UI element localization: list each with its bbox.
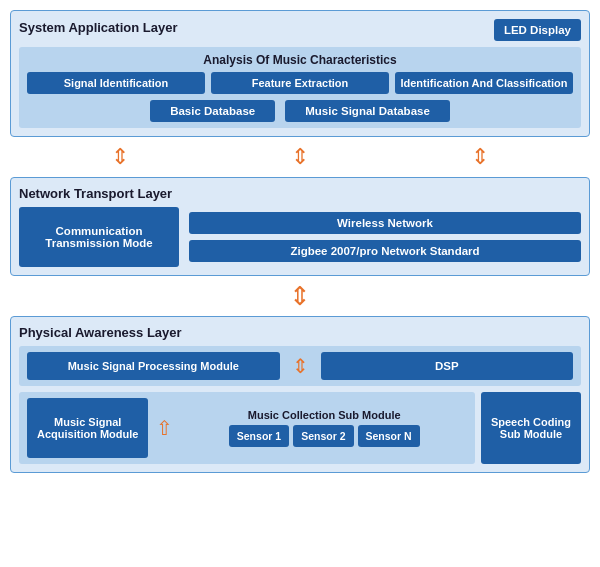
arrow-row-2: ⇕ — [10, 282, 590, 310]
analysis-title: Analysis Of Music Characteristics — [27, 53, 573, 67]
sensor-n-box: Sensor N — [358, 425, 420, 447]
architecture-diagram: System Application Layer LED Display Ana… — [10, 10, 590, 473]
collection-title: Music Collection Sub Module — [248, 409, 401, 421]
physical-awareness-layer: Physical Awareness Layer Music Signal Pr… — [10, 316, 590, 473]
music-signal-processing-box: Music Signal Processing Module — [27, 352, 280, 380]
physical-layer-title: Physical Awareness Layer — [19, 325, 581, 340]
network-left: Communication Transmission Mode — [19, 207, 179, 267]
sensor-row: Sensor 1 Sensor 2 Sensor N — [229, 425, 420, 447]
arrow-center: ⇕ — [289, 283, 311, 309]
signal-identification-box: Signal Identification — [27, 72, 205, 94]
network-right: Wireless Network Zigbee 2007/pro Network… — [189, 212, 581, 262]
sensor-2-box: Sensor 2 — [293, 425, 353, 447]
system-top-row: System Application Layer LED Display — [19, 19, 581, 41]
analysis-section: Analysis Of Music Characteristics Signal… — [19, 47, 581, 128]
comm-transmission-box: Communication Transmission Mode — [19, 207, 179, 267]
arrows-row-1: ⇕ ⇕ ⇕ — [10, 143, 590, 171]
analysis-boxes-row: Signal Identification Feature Extraction… — [27, 72, 573, 94]
network-transport-layer: Network Transport Layer Communication Tr… — [10, 177, 590, 276]
arrow-up-phys: ⇕ — [292, 356, 309, 376]
led-display-box: LED Display — [494, 19, 581, 41]
sensor-1-box: Sensor 1 — [229, 425, 289, 447]
basic-database-box: Basic Database — [150, 100, 275, 122]
dsp-box: DSP — [321, 352, 574, 380]
arrow-1: ⇕ — [111, 146, 129, 168]
speech-coding-module: Speech Coding Sub Module — [481, 392, 581, 464]
network-layer-title: Network Transport Layer — [19, 186, 581, 201]
identification-classification-box: Identification And Classification — [395, 72, 573, 94]
network-content: Communication Transmission Mode Wireless… — [19, 207, 581, 267]
feature-extraction-box: Feature Extraction — [211, 72, 389, 94]
physical-top-row: Music Signal Processing Module ⇕ DSP — [19, 346, 581, 386]
physical-bottom-row: Music Signal Acquisition Module ⇧ Music … — [19, 392, 581, 464]
database-row: Basic Database Music Signal Database — [27, 100, 573, 122]
collection-sub-module: Music Collection Sub Module Sensor 1 Sen… — [181, 409, 466, 447]
physical-bottom-inner: Music Signal Acquisition Module ⇧ Music … — [19, 392, 475, 464]
arrow-up-2: ⇧ — [156, 418, 173, 438]
zigbee-box: Zigbee 2007/pro Network Standard — [189, 240, 581, 262]
system-application-layer: System Application Layer LED Display Ana… — [10, 10, 590, 137]
arrow-3: ⇕ — [471, 146, 489, 168]
music-signal-database-box: Music Signal Database — [285, 100, 450, 122]
system-layer-title: System Application Layer — [19, 20, 177, 35]
music-acquisition-box: Music Signal Acquisition Module — [27, 398, 148, 458]
physical-top-inner: Music Signal Processing Module ⇕ DSP — [19, 346, 581, 386]
speech-coding-box: Speech Coding Sub Module — [481, 392, 581, 464]
wireless-network-box: Wireless Network — [189, 212, 581, 234]
arrow-2: ⇕ — [291, 146, 309, 168]
